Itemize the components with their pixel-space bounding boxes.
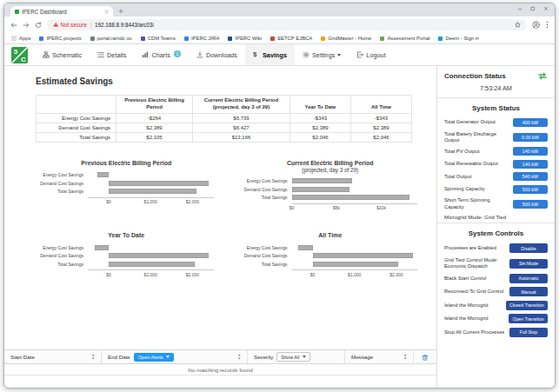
maximize-button[interactable]: [530, 6, 536, 11]
delete-alerts-button[interactable]: [414, 350, 436, 363]
chart-title: All Time: [240, 232, 422, 240]
chevron-down-icon: [166, 355, 170, 358]
axis-line: $0$1,000$2,000: [292, 269, 418, 277]
open-alerts-button[interactable]: Open Alerts: [134, 353, 174, 362]
chart-row: Demand Cost Savings: [36, 253, 217, 258]
bookmark-item[interactable]: EETCP EJBCA: [270, 36, 312, 41]
closed-transition-button[interactable]: Closed Transition: [506, 301, 548, 310]
axis-tick-label: $5k: [333, 205, 340, 210]
profile-avatar-icon[interactable]: [532, 21, 540, 29]
cell-value: $2,389: [290, 123, 351, 132]
page-title: Estimated Savings: [36, 76, 426, 86]
tab-logout[interactable]: Logout: [349, 44, 393, 65]
tab-close-icon[interactable]: [104, 10, 109, 14]
browser-window: IPERC Dashboard Not secure 192.168.8.9:8…: [3, 3, 556, 389]
schematic-icon: [43, 51, 50, 58]
chart-title: Current Electric Billing Period: [240, 160, 422, 168]
bookmark-item[interactable]: IPERC projects: [39, 36, 81, 41]
status-label: Total Generator Output: [444, 119, 509, 125]
chart-bar-track: [88, 189, 214, 194]
chart-category-label: Total Savings: [36, 262, 88, 267]
bookmark-item[interactable]: GridMaster - Home: [321, 36, 371, 41]
tab-schematic[interactable]: Schematic: [35, 44, 90, 65]
chart-category-label: Demand Cost Savings: [36, 253, 88, 258]
severity-select[interactable]: Show All: [276, 352, 310, 362]
bookmark-item[interactable]: portal.iamdc.vo: [90, 36, 132, 41]
column-header-start-date[interactable]: Start Date: [4, 350, 102, 363]
bookmark-item[interactable]: Deem - Sign in: [438, 36, 479, 41]
content-area: Estimated Savings Previous Electric Bill…: [4, 66, 555, 388]
charts-count-badge: 1: [174, 50, 181, 57]
axis-tick-label: $1,000: [144, 272, 157, 277]
automatic-button[interactable]: Automatic: [509, 274, 548, 283]
chart-row: Demand Cost Savings: [240, 187, 422, 192]
bookmark-item[interactable]: CDM Teams: [141, 36, 176, 41]
cell-value: $6,427: [193, 123, 290, 132]
cell-value: $6,739: [193, 113, 290, 123]
column-header-severity[interactable]: Severity Show All: [248, 350, 345, 363]
bookmark-item[interactable]: IPERC Wiki: [228, 36, 262, 41]
minimize-button[interactable]: [517, 6, 522, 11]
axis-line: $0$1,000$2,000: [88, 269, 214, 277]
axis-line: $0$1,000$2,000: [88, 197, 214, 205]
set-mode-button[interactable]: Set Mode: [509, 259, 548, 269]
alerts-empty-message: No matching records found: [4, 364, 436, 375]
status-label: Short Term Spinning Capacity: [444, 197, 509, 209]
browser-tab[interactable]: IPERC Dashboard: [10, 6, 113, 17]
toolbar-right: [532, 21, 549, 29]
full-stop-button[interactable]: Full Stop: [509, 328, 548, 337]
warning-icon: [53, 22, 59, 28]
download-icon: [196, 51, 203, 58]
tab-savings[interactable]: $Savings: [245, 44, 295, 65]
close-button[interactable]: [543, 6, 549, 11]
chart-bar-track: [88, 181, 214, 186]
status-value-badge: 140 kW: [513, 147, 548, 156]
axis-tick-label: $2,000: [186, 199, 199, 204]
axis-tick-label: $2,000: [389, 272, 403, 277]
bookmark-favicon: [90, 37, 95, 41]
bookmark-item[interactable]: Assessment Portal: [380, 36, 429, 41]
connection-status-title: Connection Status: [444, 72, 506, 80]
message-label: Message: [351, 354, 373, 360]
bookmark-label: Deem - Sign in: [445, 36, 479, 41]
status-item: Short Term Spinning Capacity500 kW: [444, 197, 548, 209]
tab-settings[interactable]: Settings: [295, 44, 349, 65]
svg-text:C: C: [21, 55, 26, 63]
chart-bar: [313, 253, 413, 258]
chart-2: Current Electric Billing Period(projecte…: [240, 160, 422, 211]
row-label: Energy Cost Savings: [37, 113, 116, 123]
back-button[interactable]: [10, 22, 17, 29]
chart-bar-track: [292, 245, 418, 250]
tab-downloads[interactable]: Downloads: [189, 44, 245, 65]
status-item: Total Renewable Output140 kW: [444, 160, 548, 169]
cell-value: $2,105: [116, 132, 193, 142]
menu-dots-icon[interactable]: [546, 21, 549, 29]
apps-button[interactable]: Apps: [11, 36, 30, 41]
tab-charts[interactable]: Charts1: [134, 44, 189, 65]
column-header-end-date[interactable]: End Date Open Alerts: [102, 350, 248, 363]
status-label: Total Battery Discharge Output: [444, 131, 509, 143]
not-secure-badge[interactable]: Not secure: [53, 22, 87, 28]
chart-bar: [109, 181, 209, 186]
app-nav-tabs: SchematicDetailsCharts1Downloads$Savings…: [35, 44, 394, 65]
control-label: Island the Microgrid: [444, 316, 504, 322]
bookmark-star-icon[interactable]: [515, 22, 521, 28]
chart-bar-track: [292, 178, 418, 183]
bookmark-item[interactable]: IPERC JIRA: [184, 36, 219, 41]
forward-button[interactable]: [23, 22, 30, 29]
system-status-title: System Status: [444, 104, 548, 112]
address-bar[interactable]: Not secure 192.168.8.9:8443/arc03/: [47, 19, 527, 30]
chart-plot-area: Energy Cost SavingsDemand Cost SavingsTo…: [240, 245, 422, 267]
chart-axis: $0$1,000$2,000: [36, 269, 217, 277]
tab-details[interactable]: Details: [90, 44, 134, 65]
disable-button[interactable]: Disable: [509, 243, 548, 253]
manual-button[interactable]: Manual: [509, 287, 548, 296]
open-transition-button[interactable]: Open Transition: [509, 314, 548, 323]
cell-value: -$264: [116, 113, 193, 123]
bookmark-favicon: [228, 37, 232, 41]
column-header-message[interactable]: Message: [345, 350, 414, 363]
logout-icon: [356, 51, 363, 58]
new-tab-button[interactable]: [118, 9, 123, 14]
charts-grid: Previous Electric Billing PeriodEnergy C…: [36, 160, 421, 278]
refresh-button[interactable]: [35, 22, 42, 29]
